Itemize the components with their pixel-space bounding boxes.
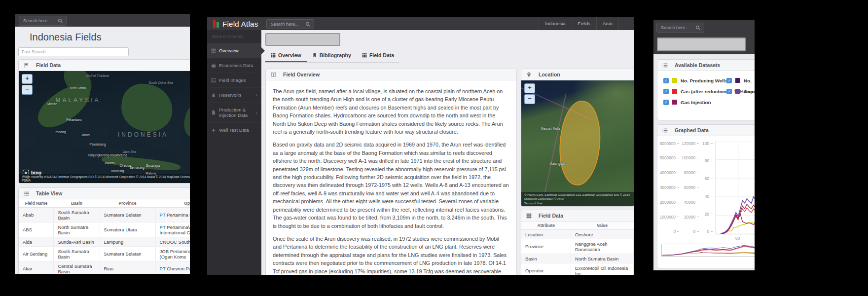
right-header: [653, 20, 755, 54]
attribute-row: ProvinceNanggroe Aceh Darussalam: [521, 239, 634, 254]
breadcrumb-item-arun[interactable]: Arun: [596, 17, 619, 30]
zoom-out-button[interactable]: −: [524, 94, 535, 104]
breadcrumb-item-indonesia[interactable]: Indonesia: [539, 17, 571, 30]
y-tick-label: 60000: [681, 185, 699, 189]
indonesia-map[interactable]: Gulf of ThailandSouth China SeaKota Bahr…: [19, 71, 190, 183]
y-tick-label: 0: [658, 229, 679, 234]
tab-overview[interactable]: Overview: [265, 50, 307, 62]
image-icon: [211, 78, 216, 83]
overview-paragraph: Once the scale of the Arun discovery was…: [273, 235, 509, 275]
briefcase-icon: [211, 63, 216, 68]
column-header: Attribute: [521, 222, 571, 230]
range-selector[interactable]: [661, 244, 755, 257]
brand-icon: [213, 20, 219, 28]
checkbox-checked[interactable]: ✓: [663, 78, 669, 83]
brand-name: Field Atlas: [222, 20, 258, 28]
search-icon[interactable]: [695, 25, 701, 31]
table-cell: Riau: [100, 261, 155, 274]
dataset-label: No.: [744, 78, 752, 83]
map-label-city: Padang: [55, 130, 66, 133]
table-row[interactable]: Air SerdangSouth Sumatra BasinSumatera S…: [19, 247, 190, 261]
sidebar-item-production-injection-data[interactable]: Production & Injection Data›: [207, 102, 261, 122]
grid-icon: [526, 213, 532, 219]
tab-bibliography[interactable]: Bibliography: [307, 50, 357, 62]
checkbox-checked[interactable]: ✓: [663, 89, 669, 94]
y-tick-label: 40000: [681, 200, 699, 204]
list-icon: [662, 128, 668, 133]
checkbox-checked[interactable]: ✓: [726, 89, 732, 94]
sidebar-item-field-images[interactable]: Field Images: [207, 73, 261, 87]
back-to-country-link[interactable]: Back to Country: [207, 30, 261, 43]
checkbox-checked[interactable]: ✓: [663, 100, 669, 105]
checkbox-checked[interactable]: ✓: [726, 78, 732, 83]
zoom-in-button[interactable]: +: [22, 74, 33, 84]
sidebar-item-label: Overview: [219, 48, 239, 53]
left-searchbox[interactable]: [19, 16, 67, 26]
column-header[interactable]: Basin: [54, 199, 100, 208]
sidebar-item-well-test-data[interactable]: Well Test Data: [207, 122, 261, 137]
available-datasets-panel: Available Datasets ✓No. Producing Wells✓…: [657, 59, 755, 120]
search-input[interactable]: [660, 25, 693, 31]
map-label-sea: South China Sea: [148, 80, 173, 84]
attribute-cell: Location: [521, 230, 571, 239]
graph-panel-header: Graphed Data: [657, 125, 755, 136]
field-overview-text: The Arun gas field, named after a local …: [266, 80, 516, 275]
dataset-selector[interactable]: [657, 37, 746, 51]
tab-label: Overview: [278, 52, 301, 58]
tab-bar: OverviewBibliographyField Data: [265, 50, 399, 63]
tab-label: Field Data: [369, 52, 394, 58]
datasets-window: Available Datasets ✓No. Producing Wells✓…: [653, 20, 755, 270]
y-tick-label: 0: [702, 229, 713, 234]
search-icon[interactable]: [305, 22, 311, 27]
table-cell: CNOOC Southeast Sumatra Ltd: [155, 237, 190, 247]
zoom-in-button[interactable]: +: [524, 83, 535, 93]
field-overview-panel: Field Overview The Arun gas field, named…: [265, 69, 517, 275]
search-input[interactable]: [22, 18, 56, 24]
fast-search-input[interactable]: [18, 47, 129, 56]
table-cell: South Sumatra Basin: [54, 247, 100, 261]
location-map[interactable]: Meurah MuliaMatangkuli + − © Harris Corp…: [521, 80, 634, 206]
search-icon[interactable]: [58, 18, 63, 24]
table-row[interactable]: AbabSouth Sumatra BasinSumatera SelatanP…: [19, 208, 190, 222]
tab-field-data[interactable]: Field Data: [357, 50, 399, 62]
app-logo[interactable]: Field Atlas: [213, 17, 258, 30]
table-cell: PT Chevron Pacific Indonesia: [155, 261, 190, 274]
flag-icon: [24, 63, 29, 68]
sidebar-item-overview[interactable]: Overview: [207, 43, 261, 58]
y-tick-label: 100000: [681, 156, 699, 160]
overview-paragraph: Based on gravity data and 2D seismic dat…: [273, 141, 509, 229]
column-header[interactable]: Operator: [155, 199, 190, 208]
table-row[interactable]: AkarCentral Sumatra BasinRiauPT Chevron …: [19, 261, 190, 274]
sidebar-item-reservoirs[interactable]: Reservoirs›: [207, 87, 261, 102]
mid-topbar: Field Atlas IndonesiaFieldsArun: [207, 17, 634, 30]
terms-of-use-link[interactable]: Terms of Use: [524, 201, 542, 205]
search-input[interactable]: [270, 21, 303, 27]
y-tick-label: 3000000: [658, 185, 679, 189]
field-selector[interactable]: [265, 33, 340, 46]
y-tick-label: 1000000: [658, 215, 679, 219]
y-axis-right: 100806040200: [702, 141, 713, 234]
land-sulawesi: [181, 102, 190, 141]
plot-area[interactable]: [716, 141, 755, 234]
indonesia-fields-window: Indonesia Fields Field Data Gulf of Thai…: [15, 14, 190, 274]
y-tick-label: 80: [702, 159, 713, 163]
y-tick-label: 0: [681, 229, 699, 234]
series-line: [721, 193, 755, 234]
table-row[interactable]: ABSNorth Sumatra BasinSumatera UtaraPT P…: [19, 222, 190, 237]
chevron-right-icon: ›: [256, 110, 257, 115]
right-searchbox[interactable]: [656, 23, 704, 33]
column-header[interactable]: Field Name: [19, 199, 54, 208]
droplet-icon: [211, 93, 216, 98]
zoom-out-button[interactable]: −: [22, 85, 33, 95]
column-header[interactable]: Province: [100, 199, 155, 208]
book-icon: [271, 72, 276, 77]
mid-searchbox[interactable]: [266, 19, 314, 29]
compass-icon: [211, 128, 216, 133]
attribute-cell: Nanggroe Aceh Darussalam: [571, 239, 634, 254]
sidebar-item-economics-data[interactable]: Economics Data: [207, 58, 261, 73]
table-row[interactable]: AidaSunda-Asri BasinLampungCNOOC Southea…: [19, 237, 190, 247]
dataset-label: Con: [744, 89, 753, 94]
sidebar-item-label: Economics Data: [219, 63, 253, 68]
table-panel-header: Table View: [19, 188, 190, 199]
breadcrumb-item-fields[interactable]: Fields: [572, 17, 596, 30]
